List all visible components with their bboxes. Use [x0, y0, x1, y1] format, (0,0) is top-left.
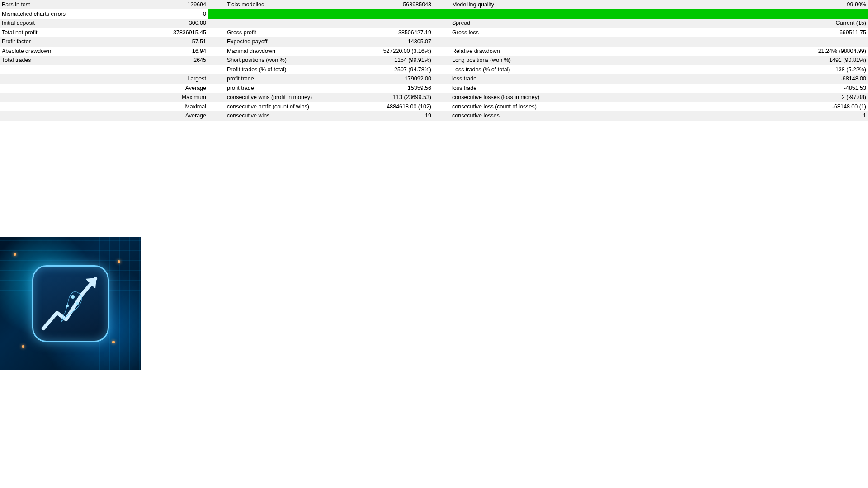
metric-value: 2645: [136, 56, 208, 65]
metric-label: Initial deposit: [0, 19, 136, 28]
ai-trading-logo: [0, 237, 141, 370]
report-row: Total net profit37836915.45Gross profit3…: [0, 28, 868, 38]
metric-label: Mismatched charts errors: [0, 9, 136, 19]
metric-label: loss trade: [450, 74, 586, 84]
metric-label: Profit trades (% of total): [225, 65, 361, 75]
metric-label: Relative drawdown: [450, 47, 586, 56]
metric-label: Gross loss: [450, 28, 586, 38]
metric-value: Maximum: [136, 93, 208, 102]
report-row: Averageprofit trade15359.56loss trade-48…: [0, 84, 868, 93]
metric-label: [225, 19, 361, 28]
metric-value: 38506427.19: [361, 28, 433, 38]
metric-value: -68148.00 (1): [586, 102, 868, 112]
report-row: Initial deposit300.00SpreadCurrent (15): [0, 19, 868, 28]
metric-label: [0, 111, 136, 121]
report-row: Total trades2645Short positions (won %)1…: [0, 56, 868, 65]
metric-value: 129694: [136, 0, 208, 9]
metric-value: [361, 19, 433, 28]
metric-label: consecutive wins (profit in money): [225, 93, 361, 102]
metric-value: 527220.00 (3.16%): [361, 47, 433, 56]
metric-value: 15359.56: [361, 84, 433, 93]
metric-label: [0, 74, 136, 84]
metric-label: Short positions (won %): [225, 56, 361, 65]
metric-value: -68148.00: [586, 74, 868, 84]
report-row: Maximalconsecutive profit (count of wins…: [0, 102, 868, 112]
metric-value: [136, 65, 208, 75]
metric-value: 179092.00: [361, 74, 433, 84]
metric-label: Gross profit: [225, 28, 361, 38]
report-row: Largestprofit trade179092.00loss trade-6…: [0, 74, 868, 84]
metric-value: 1: [586, 111, 868, 121]
metric-label: profit trade: [225, 74, 361, 84]
metric-value: 113 (23699.53): [361, 93, 433, 102]
metric-value: 19: [361, 111, 433, 121]
metric-label: [0, 93, 136, 102]
metric-value: 1154 (99.91%): [361, 56, 433, 65]
report-row: Maximumconsecutive wins (profit in money…: [0, 93, 868, 102]
metric-label: consecutive profit (count of wins): [225, 102, 361, 112]
metric-label: Ticks modelled: [225, 0, 361, 9]
metric-label: [0, 65, 136, 75]
metric-value: 14305.07: [361, 37, 433, 47]
metric-label: profit trade: [225, 84, 361, 93]
metric-value: 2 (-97.08): [586, 93, 868, 102]
metric-label: Long positions (won %): [450, 56, 586, 65]
metric-label: [0, 84, 136, 93]
report-row: Profit factor57.51Expected payoff14305.0…: [0, 37, 868, 47]
metric-label: Maximal drawdown: [225, 47, 361, 56]
metric-value: 568985043: [361, 0, 433, 9]
report-row: Absolute drawdown16.94Maximal drawdown52…: [0, 47, 868, 56]
metric-value: 300.00: [136, 19, 208, 28]
metric-label: Loss trades (% of total): [450, 65, 586, 75]
metric-label: [450, 37, 586, 47]
metric-value: 4884618.00 (102): [361, 102, 433, 112]
metric-label: loss trade: [450, 84, 586, 93]
metric-value: 16.94: [136, 47, 208, 56]
report-row: Mismatched charts errors0: [0, 9, 868, 19]
metric-value: 0: [136, 9, 208, 19]
metric-label: consecutive loss (count of losses): [450, 102, 586, 112]
metric-value: -669511.75: [586, 28, 868, 38]
metric-value: 2507 (94.78%): [361, 65, 433, 75]
metric-value: 57.51: [136, 37, 208, 47]
metric-label: Absolute drawdown: [0, 47, 136, 56]
metric-value: 21.24% (98804.99): [586, 47, 868, 56]
metric-label: Spread: [450, 19, 586, 28]
metric-value: Largest: [136, 74, 208, 84]
metric-label: Modelling quality: [450, 0, 586, 9]
metric-value: Maximal: [136, 102, 208, 112]
metric-label: Profit factor: [0, 37, 136, 47]
report-row: Profit trades (% of total)2507 (94.78%)L…: [0, 65, 868, 75]
metric-value: 99.90%: [586, 0, 868, 9]
report-row: Averageconsecutive wins19consecutive los…: [0, 111, 868, 121]
report-row: Bars in test129694Ticks modelled56898504…: [0, 0, 868, 9]
metric-label: [0, 102, 136, 112]
metric-value: [586, 37, 868, 47]
metric-value: Current (15): [586, 19, 868, 28]
metric-label: Total trades: [0, 56, 136, 65]
metric-label: consecutive losses: [450, 111, 586, 121]
backtest-report-table: Bars in test129694Ticks modelled56898504…: [0, 0, 868, 121]
metric-value: 138 (5.22%): [586, 65, 868, 75]
metric-label: Bars in test: [0, 0, 136, 9]
metric-label: consecutive losses (loss in money): [450, 93, 586, 102]
metric-value: 1491 (90.81%): [586, 56, 868, 65]
metric-label: consecutive wins: [225, 111, 361, 121]
metric-value: 37836915.45: [136, 28, 208, 38]
quality-bar: [208, 9, 868, 19]
metric-value: Average: [136, 84, 208, 93]
metric-label: Total net profit: [0, 28, 136, 38]
metric-label: Expected payoff: [225, 37, 361, 47]
metric-value: Average: [136, 111, 208, 121]
metric-value: -4851.53: [586, 84, 868, 93]
